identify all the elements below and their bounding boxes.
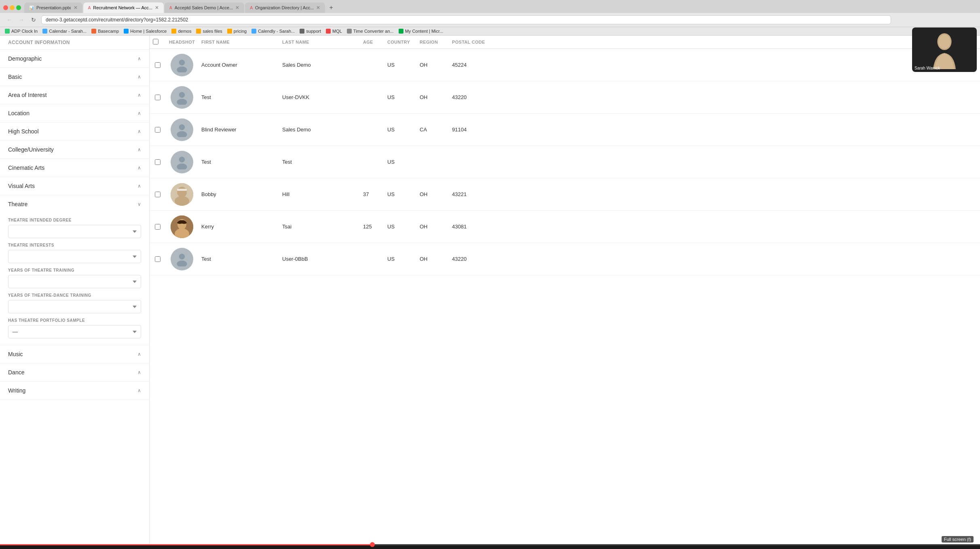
row1-checkbox[interactable] — [155, 62, 161, 68]
close-tab-org[interactable]: ✕ — [316, 5, 320, 11]
close-tab-sales-demo[interactable]: ✕ — [235, 5, 239, 11]
bookmark-support[interactable]: support — [300, 29, 321, 34]
reload-button[interactable]: ↻ — [29, 15, 38, 24]
sidebar-header-visual-arts[interactable]: Visual Arts ∧ — [0, 177, 149, 195]
svg-point-6 — [179, 124, 185, 130]
cinematic-arts-label: Cinematic Arts — [8, 165, 44, 171]
select-all-checkbox[interactable] — [153, 39, 158, 44]
svg-point-17 — [179, 253, 185, 259]
row3-checkbox[interactable] — [155, 127, 161, 133]
close-tab-recruitment[interactable]: ✕ — [155, 5, 159, 11]
row6-avatar — [166, 215, 198, 238]
sidebar-header-music[interactable]: Music ∧ — [0, 345, 149, 363]
visual-arts-chevron-icon: ∧ — [137, 183, 141, 189]
sidebar-header-area-of-interest[interactable]: Area of Interest ∧ — [0, 86, 149, 104]
row3-region: CA — [416, 127, 449, 133]
tab-org-directory[interactable]: A Organization Directory | Acc... ✕ — [245, 2, 325, 13]
row7-avatar — [166, 248, 198, 270]
minimize-window-button[interactable] — [10, 5, 15, 10]
row7-checkbox[interactable] — [155, 256, 161, 262]
bookmark-mql[interactable]: MQL — [326, 29, 342, 34]
table-row: Bobby Hill 37 US OH 43221 — [150, 178, 980, 211]
sidebar-section-demographic: Demographic ∧ — [0, 50, 149, 68]
sidebar-header-basic[interactable]: Basic ∧ — [0, 68, 149, 86]
row1-avatar — [166, 54, 198, 76]
high-school-chevron-icon: ∧ — [137, 129, 141, 134]
bookmark-adp[interactable]: ADP Clock In — [5, 29, 38, 34]
browser-chrome: 📊 Presentation.pptx ✕ A Recruitment Netw… — [0, 0, 980, 36]
svg-point-5 — [177, 99, 187, 104]
close-window-button[interactable] — [3, 5, 8, 10]
college-chevron-icon: ∧ — [137, 147, 141, 152]
bookmark-demos[interactable]: demos — [171, 29, 191, 34]
row2-check[interactable] — [150, 95, 166, 100]
progress-bar-container[interactable] — [0, 544, 980, 545]
row5-avatar — [166, 183, 198, 206]
svg-point-7 — [177, 131, 187, 137]
sidebar-header-cinematic-arts[interactable]: Cinematic Arts ∧ — [0, 159, 149, 177]
sidebar-header-college[interactable]: College/University ∧ — [0, 141, 149, 158]
table-row: Blind Reviewer Sales Demo US CA 91104 — [150, 114, 980, 146]
bookmark-salesforce[interactable]: Home | Salesforce — [124, 29, 167, 34]
bookmark-calendly[interactable]: Calendly - Sarah... — [251, 29, 295, 34]
row7-last-name: User-0BbB — [279, 256, 360, 262]
bookmark-time[interactable]: Time Converter an... — [347, 29, 394, 34]
bookmark-basecamp[interactable]: Basecamp — [91, 29, 119, 34]
row1-check[interactable] — [150, 62, 166, 68]
row6-checkbox[interactable] — [155, 224, 161, 230]
tab-presentation[interactable]: 📊 Presentation.pptx ✕ — [24, 2, 82, 13]
row6-region: OH — [416, 224, 449, 230]
bookmarks-bar: ADP Clock In Calendar - Sarah... Basecam… — [0, 27, 980, 35]
bookmark-pricing[interactable]: pricing — [227, 29, 247, 34]
svg-point-3 — [177, 66, 187, 72]
sidebar-header-demographic[interactable]: Demographic ∧ — [0, 50, 149, 68]
url-input[interactable]: demo-3.getacceptd.com/recruitment/direct… — [41, 15, 891, 24]
sidebar-section-visual-arts: Visual Arts ∧ — [0, 177, 149, 195]
col-age: AGE — [360, 40, 384, 44]
sidebar-header-location[interactable]: Location ∧ — [0, 104, 149, 122]
basic-chevron-icon: ∧ — [137, 74, 141, 80]
years-theatre-training-select[interactable] — [8, 275, 141, 288]
bookmark-ms[interactable]: My Content | Micr... — [399, 29, 444, 34]
svg-rect-13 — [177, 189, 187, 191]
location-chevron-icon: ∧ — [137, 110, 141, 116]
back-button[interactable]: ← — [5, 15, 14, 24]
row4-check[interactable] — [150, 159, 166, 165]
theatre-interests-select[interactable] — [8, 250, 141, 263]
theatre-intended-degree-select[interactable] — [8, 225, 141, 238]
row3-avatar-placeholder — [171, 118, 193, 141]
sidebar-header-high-school[interactable]: High School ∧ — [0, 122, 149, 140]
row3-first-name: Blind Reviewer — [198, 127, 279, 133]
has-theatre-portfolio-label: HAS THEATRE PORTFOLIO SAMPLE — [8, 318, 141, 323]
row7-region: OH — [416, 256, 449, 262]
sidebar-header-theatre[interactable]: Theatre ∨ — [0, 195, 149, 213]
maximize-window-button[interactable] — [16, 5, 21, 10]
tab-recruitment[interactable]: A Recruitment Network — Acc... ✕ — [83, 2, 164, 13]
tab-sales-demo[interactable]: A Acceptd Sales Demo | Acce... ✕ — [165, 2, 244, 13]
dance-chevron-icon: ∧ — [137, 370, 141, 375]
row5-first-name: Bobby — [198, 191, 279, 197]
close-tab-presentation[interactable]: ✕ — [74, 5, 78, 11]
bookmark-sales-files[interactable]: sales files — [196, 29, 222, 34]
row3-check[interactable] — [150, 127, 166, 133]
row2-avatar-placeholder — [171, 86, 193, 109]
sidebar-header-dance[interactable]: Dance ∧ — [0, 363, 149, 381]
bookmark-calendar[interactable]: Calendar - Sarah... — [42, 29, 87, 34]
has-theatre-portfolio-select[interactable]: — — [8, 325, 141, 338]
new-tab-button[interactable]: + — [326, 2, 336, 13]
row4-checkbox[interactable] — [155, 159, 161, 165]
row6-check[interactable] — [150, 224, 166, 230]
row4-first-name: Test — [198, 159, 279, 165]
forward-button[interactable]: → — [17, 15, 26, 24]
row2-checkbox[interactable] — [155, 95, 161, 100]
row7-check[interactable] — [150, 256, 166, 262]
row1-avatar-placeholder — [171, 54, 193, 76]
row5-check[interactable] — [150, 192, 166, 197]
years-dance-training-select[interactable] — [8, 300, 141, 313]
row2-postal: 43220 — [449, 94, 489, 100]
row5-checkbox[interactable] — [155, 192, 161, 197]
col-postal-code: POSTAL CODE — [449, 40, 489, 44]
sidebar-header-writing[interactable]: Writing ∧ — [0, 382, 149, 399]
row3-last-name: Sales Demo — [279, 127, 360, 133]
sidebar-section-cinematic-arts: Cinematic Arts ∧ — [0, 159, 149, 177]
